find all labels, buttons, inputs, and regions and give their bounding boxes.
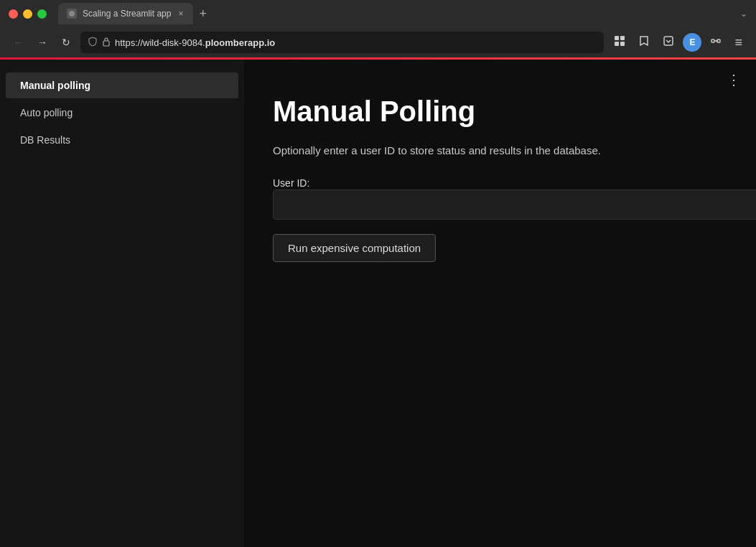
window-controls [9,9,47,19]
sidebar-item-manual-polling[interactable]: Manual polling [6,73,238,98]
forward-button[interactable]: → [33,34,52,51]
address-bar[interactable]: https://wild-disk-9084.ploomberapp.io [80,32,604,53]
url-text: https://wild-disk-9084.ploomberapp.io [115,37,597,48]
close-window-button[interactable] [9,9,18,19]
svg-rect-2 [615,36,619,40]
app-container: Manual polling Auto polling DB Results ⋮… [0,60,756,547]
toolbar-actions: E ≡ [610,32,747,53]
run-computation-button[interactable]: Run expensive computation [273,234,436,262]
minimize-window-button[interactable] [23,9,32,19]
sidebar: Manual polling Auto polling DB Results [0,60,244,547]
page-title: Manual Polling [273,94,727,128]
svg-rect-5 [620,42,625,46]
svg-rect-8 [717,39,720,42]
nav-bar: ← → ↻ https://wild-disk-9084.ploomberapp… [0,27,756,57]
tab-title: Scaling a Streamlit app [83,9,171,19]
svg-rect-1 [103,41,109,46]
back-button[interactable]: ← [9,34,27,51]
lock-icon [102,37,111,49]
refresh-button[interactable]: ↻ [57,34,75,51]
user-id-label: User ID: [273,177,309,189]
sidebar-item-auto-polling[interactable]: Auto polling [6,100,238,126]
tab-bar: Scaling a Streamlit app × + ⌄ [58,4,747,23]
profile-button[interactable]: E [683,33,701,52]
main-content: ⋮ Manual Polling Optionally enter a user… [244,60,756,547]
svg-rect-7 [711,39,714,42]
menu-button[interactable]: ≡ [730,32,747,53]
svg-point-0 [69,11,75,17]
titlebar: Scaling a Streamlit app × + ⌄ [0,0,756,27]
maximize-window-button[interactable] [37,9,47,19]
page-description: Optionally enter a user ID to store stat… [273,143,727,159]
sidebar-item-manual-polling-label: Manual polling [20,80,90,91]
sidebar-item-db-results[interactable]: DB Results [6,127,238,153]
svg-rect-4 [615,42,619,46]
shield-icon [88,37,98,49]
url-domain: ploomberapp.io [205,37,276,48]
sidebar-item-db-results-label: DB Results [20,134,70,146]
tab-close-button[interactable]: × [177,9,185,18]
bookmark-button[interactable] [634,32,654,52]
extensions-button[interactable] [706,32,726,52]
sidebar-item-auto-polling-label: Auto polling [20,107,73,118]
pocket-button[interactable] [658,32,678,52]
new-tab-button[interactable]: + [193,7,213,20]
tab-expand-button[interactable]: ⌄ [740,9,747,19]
user-id-input[interactable] [273,190,756,220]
url-prefix: https://wild-disk-9084. [115,37,205,48]
browser-chrome: Scaling a Streamlit app × + ⌄ ← → ↻ [0,0,756,57]
browser-tab[interactable]: Scaling a Streamlit app × [58,3,193,24]
more-options-button[interactable]: ⋮ [727,71,742,88]
grid-button[interactable] [610,32,630,52]
tab-favicon-icon [67,9,77,19]
svg-rect-6 [664,37,673,45]
svg-rect-3 [620,36,625,40]
